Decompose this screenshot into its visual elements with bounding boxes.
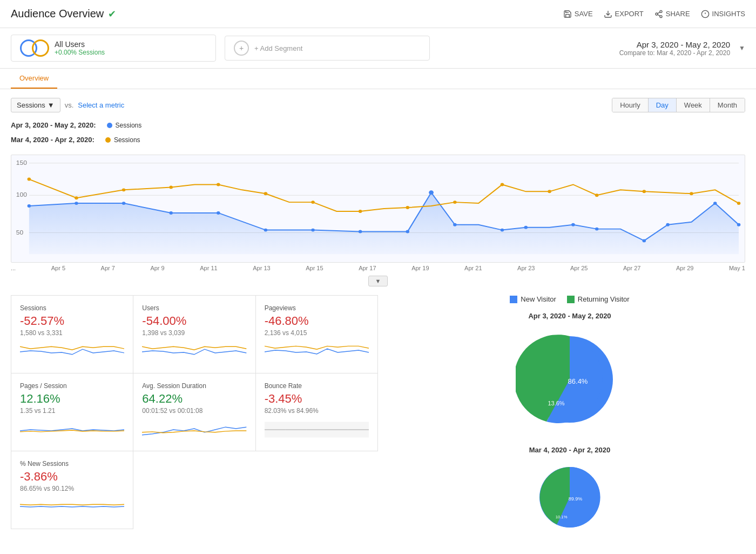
chart-dot bbox=[169, 211, 173, 215]
pie-blue-pct-2: 89.9% bbox=[569, 496, 583, 502]
page-header: Audience Overview ✔ SAVE EXPORT SHARE IN… bbox=[0, 0, 756, 28]
metric-label-bounce-rate: Bounce Rate bbox=[265, 382, 369, 390]
save-button[interactable]: SAVE bbox=[563, 10, 593, 18]
chart-svg: 150 100 50 bbox=[11, 155, 745, 262]
mini-chart-users bbox=[142, 341, 246, 363]
chart-dot bbox=[666, 223, 670, 226]
metric-label-pages-session: Pages / Session bbox=[20, 382, 124, 390]
chart-dot-orange bbox=[406, 206, 409, 209]
metric-card-users: Users -54.00% 1,398 vs 3,039 bbox=[133, 296, 255, 373]
chart-expand-button[interactable]: ▼ bbox=[368, 276, 388, 286]
legend-metric-1: Sessions bbox=[116, 122, 142, 129]
legend-row-1: Apr 3, 2020 - May 2, 2020: Sessions bbox=[11, 121, 745, 129]
chart-dot-orange bbox=[28, 178, 31, 181]
legend-dot-orange bbox=[105, 137, 111, 143]
metric-card-avg-session: Avg. Session Duration 64.22% 00:01:52 vs… bbox=[133, 373, 255, 451]
save-icon bbox=[563, 10, 572, 18]
chart-legend: Apr 3, 2020 - May 2, 2020: Sessions Mar … bbox=[11, 121, 745, 148]
chart-dot-orange bbox=[359, 210, 362, 213]
metric-values-sessions: 1,580 vs 3,331 bbox=[20, 329, 124, 337]
metrics-row-2: Pages / Session 12.16% 1.35 vs 1.21 Avg.… bbox=[11, 373, 378, 451]
chart-dot bbox=[217, 211, 220, 215]
legend-date-2: Mar 4, 2020 - Apr 2, 2020: bbox=[11, 136, 94, 144]
main-chart: 150 100 50 bbox=[11, 155, 745, 263]
day-button[interactable]: Day bbox=[648, 98, 676, 112]
segment-bar: All Users +0.00% Sessions + + Add Segmen… bbox=[0, 28, 756, 69]
date-range-compare: Compare to: Mar 4, 2020 - Apr 2, 2020 bbox=[619, 49, 730, 57]
metric-card-new-sessions: % New Sessions -3.86% 86.65% vs 90.12% bbox=[11, 451, 133, 529]
chart-dot bbox=[28, 204, 31, 208]
all-users-segment[interactable]: All Users +0.00% Sessions bbox=[11, 35, 216, 62]
chart-dot-orange bbox=[169, 185, 173, 189]
export-button[interactable]: EXPORT bbox=[604, 10, 644, 18]
metric-values-pageviews: 2,136 vs 4,015 bbox=[265, 329, 369, 337]
metric-label: Sessions bbox=[17, 101, 45, 109]
hourly-button[interactable]: Hourly bbox=[612, 98, 648, 112]
chart-dot bbox=[453, 223, 457, 226]
header-left: Audience Overview ✔ bbox=[11, 8, 116, 20]
metric-label-pageviews: Pageviews bbox=[265, 304, 369, 312]
metric-card-bounce-rate: Bounce Rate -3.45% 82.03% vs 84.96% bbox=[256, 373, 378, 451]
pie-legend-returning-label: Returning Visitor bbox=[578, 295, 630, 303]
add-segment-icon: + bbox=[234, 41, 249, 56]
svg-text:50: 50 bbox=[16, 229, 23, 235]
pie-svg-1: 86.4% 13.6% bbox=[516, 325, 624, 433]
chart-dot bbox=[75, 202, 78, 205]
metric-card-sessions: Sessions -52.57% 1,580 vs 3,331 bbox=[11, 296, 133, 373]
week-button[interactable]: Week bbox=[676, 98, 710, 112]
pie-green-pct: 13.6% bbox=[548, 400, 564, 406]
legend-dot-blue bbox=[107, 123, 112, 128]
metric-pct-new-sessions: -3.86% bbox=[20, 470, 124, 484]
svg-line-4 bbox=[658, 15, 660, 16]
chart-dot bbox=[595, 228, 599, 231]
pie-period2-label: Mar 4, 2020 - Apr 2, 2020 bbox=[394, 446, 745, 454]
metric-values-bounce-rate: 82.03% vs 84.96% bbox=[265, 407, 369, 415]
metric-label-avg-session: Avg. Session Duration bbox=[142, 382, 246, 390]
chart-dot-orange bbox=[264, 192, 268, 195]
metric-label-sessions: Sessions bbox=[20, 304, 124, 312]
pie-legend-new-label: New Visitor bbox=[521, 295, 556, 303]
metrics-row-3: % New Sessions -3.86% 86.65% vs 90.12% bbox=[11, 451, 378, 529]
metric-dropdown[interactable]: Sessions ▼ bbox=[11, 98, 60, 112]
metrics-row-1: Sessions -52.57% 1,580 vs 3,331 Users -5… bbox=[11, 295, 378, 373]
mini-chart-sessions bbox=[20, 341, 124, 363]
pie-legend-returning: Returning Visitor bbox=[567, 295, 630, 303]
select-metric-link[interactable]: Select a metric bbox=[78, 101, 124, 109]
pie-blue-pct: 86.4% bbox=[568, 377, 588, 385]
chart-dot bbox=[264, 229, 268, 232]
insights-button[interactable]: INSIGHTS bbox=[701, 10, 745, 18]
pie-green-pct-2: 10.1% bbox=[556, 515, 568, 519]
chart-section: Sessions ▼ vs. Select a metric Hourly Da… bbox=[0, 89, 756, 295]
chart-dot bbox=[571, 223, 575, 226]
share-button[interactable]: SHARE bbox=[654, 10, 690, 18]
mini-chart-pageviews bbox=[265, 341, 369, 363]
segment-icon bbox=[20, 39, 49, 57]
legend-date-1: Apr 3, 2020 - May 2, 2020: bbox=[11, 121, 96, 129]
chart-dot bbox=[737, 223, 741, 226]
chart-dot-orange bbox=[75, 196, 78, 199]
export-icon bbox=[604, 10, 612, 18]
chart-dot bbox=[359, 230, 362, 233]
chart-dot-orange bbox=[690, 192, 693, 195]
share-icon bbox=[654, 10, 663, 18]
chart-dot bbox=[501, 229, 504, 232]
tab-overview[interactable]: Overview bbox=[11, 69, 57, 89]
metric-pct-avg-session: 64.22% bbox=[142, 392, 246, 406]
svg-text:100: 100 bbox=[16, 192, 27, 198]
date-range-picker[interactable]: Apr 3, 2020 - May 2, 2020 Compare to: Ma… bbox=[619, 40, 730, 57]
chart-dot bbox=[713, 202, 717, 205]
metric-pct-pageviews: -46.80% bbox=[265, 314, 369, 328]
verified-icon: ✔ bbox=[108, 8, 116, 20]
date-dropdown-icon: ▼ bbox=[739, 44, 745, 52]
svg-text:150: 150 bbox=[16, 159, 27, 165]
pie-section: New Visitor Returning Visitor Apr 3, 202… bbox=[378, 295, 745, 537]
add-segment-button[interactable]: + + Add Segment bbox=[225, 36, 430, 61]
month-button[interactable]: Month bbox=[710, 98, 745, 112]
circle-orange bbox=[32, 39, 49, 57]
mini-chart-new-sessions bbox=[20, 497, 124, 518]
mini-chart-pages-session bbox=[20, 419, 124, 440]
chart-dot-highlight bbox=[429, 190, 434, 195]
segment-info: All Users +0.00% Sessions bbox=[55, 40, 105, 56]
segment-name: All Users bbox=[55, 40, 105, 49]
segment-pct: +0.00% Sessions bbox=[55, 49, 105, 56]
